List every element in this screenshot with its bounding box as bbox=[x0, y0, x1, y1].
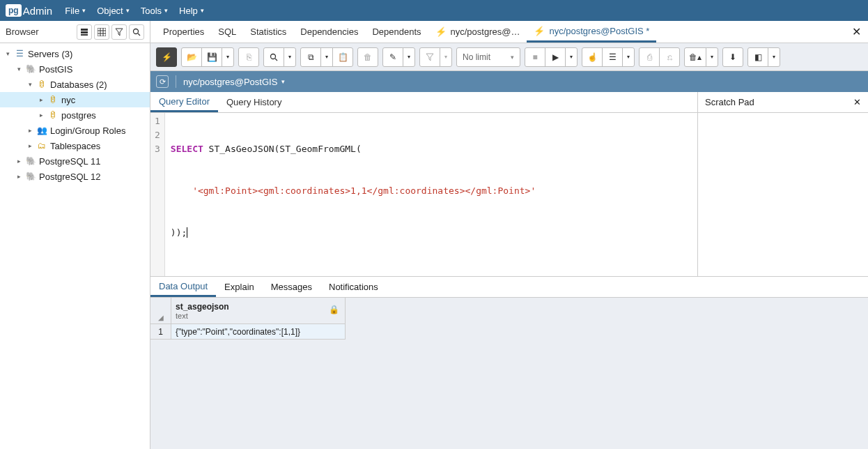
copy-button[interactable]: ⧉ bbox=[300, 47, 321, 67]
tree-pg12[interactable]: ▸🐘PostgreSQL 12 bbox=[0, 169, 150, 184]
collapse-icon[interactable]: ▾ bbox=[3, 50, 13, 57]
rollback-button[interactable]: ⎌ bbox=[659, 47, 680, 67]
query-tool-icon: ⚡ bbox=[435, 26, 447, 37]
sql-editor[interactable]: 1 2 3 SELECT ST_AsGeoJSON(ST_GeomFromGML… bbox=[150, 113, 697, 276]
tab-query-2[interactable]: ⚡nyc/postgres@PostGIS * bbox=[527, 21, 656, 43]
tab-dependencies[interactable]: Dependencies bbox=[293, 21, 365, 43]
delete-button[interactable]: 🗑 bbox=[357, 47, 378, 67]
elephant-icon: 🐘 bbox=[25, 63, 36, 75]
tab-dependents[interactable]: Dependents bbox=[365, 21, 428, 43]
browser-tool-1[interactable] bbox=[77, 24, 92, 40]
object-tree: ▾☰Servers (3) ▾🐘PostGIS ▾🛢Databases (2) … bbox=[0, 43, 150, 449]
save-dropdown[interactable]: ▾ bbox=[222, 47, 234, 67]
expand-icon[interactable]: ▸ bbox=[14, 173, 24, 180]
tab-statistics[interactable]: Statistics bbox=[243, 21, 293, 43]
menu-file[interactable]: File▾ bbox=[65, 6, 86, 16]
grid-corner[interactable]: ◢ bbox=[150, 298, 171, 324]
svg-rect-3 bbox=[98, 28, 106, 36]
elephant-off-icon: 🐘 bbox=[25, 171, 36, 182]
browser-tool-grid-icon[interactable] bbox=[94, 24, 109, 40]
svg-rect-2 bbox=[81, 34, 88, 36]
tree-roles[interactable]: ▸👥Login/Group Roles bbox=[0, 123, 150, 138]
tab-notifications[interactable]: Notifications bbox=[320, 277, 387, 297]
tree-nyc[interactable]: ▸🛢nyc bbox=[0, 92, 150, 107]
commit-button[interactable]: ⎙ bbox=[639, 47, 660, 67]
tab-properties[interactable]: Properties bbox=[156, 21, 211, 43]
query-tool-icon: ⚡ bbox=[534, 26, 545, 36]
find-button[interactable] bbox=[263, 47, 284, 67]
expand-icon[interactable]: ▸ bbox=[36, 96, 46, 103]
tree-pg11[interactable]: ▸🐘PostgreSQL 11 bbox=[0, 153, 150, 169]
app-logo: pg Admin bbox=[6, 4, 52, 17]
tree-databases[interactable]: ▾🛢Databases (2) bbox=[0, 77, 150, 92]
collapse-icon[interactable]: ▾ bbox=[25, 81, 35, 88]
clear-dropdown[interactable]: ▾ bbox=[706, 47, 718, 67]
browser-tool-search-icon[interactable] bbox=[129, 24, 144, 40]
result-grid[interactable]: ◢ st_asgeojson text 🔒 1 {"type":"Point",… bbox=[150, 298, 868, 449]
cell-1-1[interactable]: {"type":"Point","coordinates":[1,1]} bbox=[171, 324, 346, 340]
menu-help[interactable]: Help▾ bbox=[179, 6, 204, 16]
limit-select[interactable]: No limit▾ bbox=[456, 47, 520, 67]
chevron-down-icon: ▾ bbox=[201, 7, 204, 14]
tab-query-1[interactable]: ⚡nyc/postgres@… bbox=[428, 21, 527, 43]
explain-button[interactable]: ☝ bbox=[582, 47, 603, 67]
scratch-pad-title: Scratch Pad bbox=[705, 97, 754, 107]
clear-button[interactable]: 🗑▴ bbox=[684, 47, 706, 67]
scratch-pad-area[interactable] bbox=[698, 113, 868, 276]
tree-postgres-db[interactable]: ▸🛢postgres bbox=[0, 107, 150, 123]
column-header-st-asgeojson[interactable]: st_asgeojson text 🔒 bbox=[171, 298, 346, 324]
toolbar-lightning-button[interactable]: ⚡ bbox=[156, 47, 177, 67]
menu-tools[interactable]: Tools▾ bbox=[141, 6, 168, 16]
open-file-button[interactable]: 📂 bbox=[181, 47, 202, 67]
tree-postgis[interactable]: ▾🐘PostGIS bbox=[0, 61, 150, 77]
close-scratch-icon[interactable]: ✕ bbox=[853, 97, 861, 107]
main-panel: Properties SQL Statistics Dependencies D… bbox=[150, 21, 868, 449]
edit-dropdown[interactable]: ▾ bbox=[403, 47, 415, 67]
tree-servers[interactable]: ▾☰Servers (3) bbox=[0, 46, 150, 61]
database-icon: 🛢 bbox=[36, 79, 47, 90]
tab-explain[interactable]: Explain bbox=[216, 277, 263, 297]
copy-dropdown[interactable]: ▾ bbox=[320, 47, 333, 67]
save-file-button[interactable]: 💾 bbox=[201, 47, 222, 67]
browser-tool-filter-icon[interactable] bbox=[111, 24, 127, 40]
expand-icon[interactable]: ▸ bbox=[36, 112, 46, 119]
browser-title: Browser bbox=[6, 26, 39, 37]
edit-button[interactable]: ✎ bbox=[382, 47, 403, 67]
server-group-icon: ☰ bbox=[14, 48, 25, 59]
save-data-button[interactable]: ⎘ bbox=[238, 47, 259, 67]
macro-dropdown[interactable]: ▾ bbox=[768, 47, 780, 67]
lock-icon: 🔒 bbox=[329, 305, 339, 314]
expand-icon[interactable]: ▸ bbox=[25, 142, 35, 149]
macro-button[interactable]: ◧ bbox=[747, 47, 768, 67]
execute-dropdown[interactable]: ▾ bbox=[565, 47, 578, 67]
paste-button[interactable]: 📋 bbox=[332, 47, 353, 67]
tab-messages[interactable]: Messages bbox=[263, 277, 320, 297]
connection-status-icon[interactable]: ⟳ bbox=[156, 75, 169, 88]
filter-button[interactable] bbox=[419, 47, 440, 67]
tab-sql[interactable]: SQL bbox=[211, 21, 243, 43]
main-tabs: Properties SQL Statistics Dependencies D… bbox=[150, 21, 868, 43]
svg-rect-0 bbox=[81, 29, 88, 31]
expand-icon[interactable]: ▸ bbox=[25, 127, 35, 134]
explain-dropdown[interactable]: ▾ bbox=[622, 47, 635, 67]
chevron-down-icon: ▾ bbox=[82, 7, 86, 14]
close-tab-icon[interactable]: ✕ bbox=[852, 25, 861, 38]
expand-icon[interactable]: ▸ bbox=[14, 158, 24, 165]
execute-button[interactable]: ▶ bbox=[545, 47, 566, 67]
row-header-1[interactable]: 1 bbox=[150, 324, 171, 340]
tab-data-output[interactable]: Data Output bbox=[150, 277, 216, 297]
connection-selector[interactable]: nyc/postgres@PostGIS▾ bbox=[183, 77, 285, 87]
filter-dropdown[interactable]: ▾ bbox=[440, 47, 452, 67]
chevron-down-icon: ▾ bbox=[126, 7, 130, 14]
tab-query-editor[interactable]: Query Editor bbox=[150, 92, 218, 112]
svg-line-11 bbox=[275, 59, 277, 61]
tab-query-history[interactable]: Query History bbox=[218, 92, 290, 112]
tree-tablespaces[interactable]: ▸🗂Tablespaces bbox=[0, 138, 150, 153]
stop-button[interactable]: ■ bbox=[525, 47, 545, 67]
menu-object[interactable]: Object▾ bbox=[97, 6, 130, 16]
explain-analyze-button[interactable]: ☰ bbox=[602, 47, 623, 67]
download-button[interactable]: ⬇ bbox=[722, 47, 743, 67]
find-dropdown[interactable]: ▾ bbox=[284, 47, 296, 67]
svg-line-9 bbox=[138, 33, 140, 36]
collapse-icon[interactable]: ▾ bbox=[14, 66, 24, 73]
